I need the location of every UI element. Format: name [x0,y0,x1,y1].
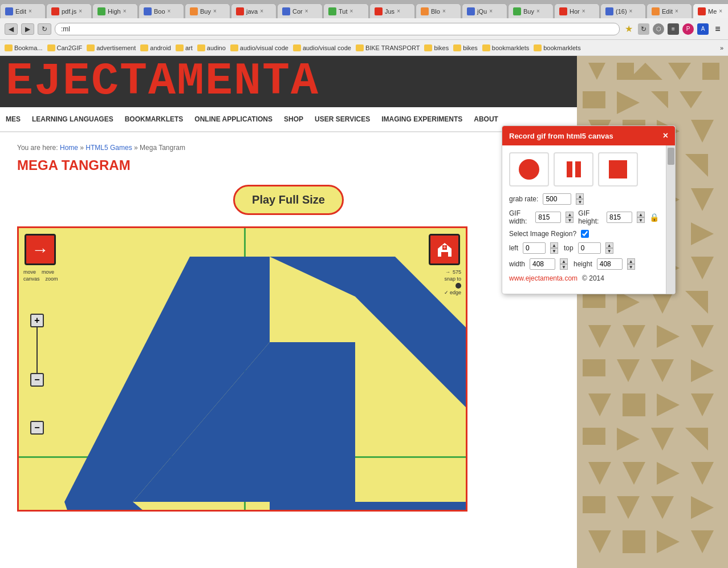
height-up-button[interactable]: ▲ [627,258,635,264]
bm-audino[interactable]: audino [197,44,226,51]
left-input[interactable] [523,242,546,254]
tab-edit[interactable]: Edit× [0,3,46,18]
nav-bookmarklets[interactable]: BOOKMARKLETS [125,113,184,125]
gif-height-spinner[interactable]: ▲ ▼ [637,212,645,223]
gif-width-input[interactable] [535,212,561,223]
zoom-minus-button-bottom[interactable]: − [30,421,44,435]
zoom-plus-button[interactable]: + [30,314,44,327]
select-region-checkbox[interactable] [581,230,589,238]
tab-java[interactable]: java× [231,3,276,18]
left-down-button[interactable]: ▼ [550,248,558,254]
width-spinner[interactable]: ▲ ▼ [560,258,569,270]
gif-width-up-button[interactable]: ▲ [566,212,574,217]
game-area[interactable]: → + move move [17,226,467,512]
nav-user[interactable]: USER SERVICES [315,113,370,125]
addon-icon[interactable]: A [697,23,709,35]
grab-rate-input[interactable] [543,193,571,205]
tab-blo[interactable]: Blo× [416,3,461,18]
tab-boo[interactable]: Boo× [139,3,184,18]
grab-rate-spinner[interactable]: ▲ ▼ [576,193,585,205]
gif-width-down-button[interactable]: ▼ [566,217,574,223]
tangram-piece-4[interactable] [270,502,466,510]
left-up-button[interactable]: ▲ [550,242,558,248]
breadcrumb-home[interactable]: Home [60,144,78,152]
back-button[interactable]: ◀ [5,23,18,35]
height-input[interactable] [597,258,623,270]
bookmarks-more-button[interactable]: » [720,44,723,51]
nav-learning[interactable]: LEARNING LANGUAGES [32,113,113,125]
bm-advertisement[interactable]: advertisement [87,44,136,51]
ejectamenta-link[interactable]: www.ejectamenta.com [509,274,577,282]
nav-mes[interactable]: MES [6,113,21,125]
popup-close-button[interactable]: × [663,131,668,141]
top-input[interactable] [578,242,601,254]
record-button[interactable] [509,152,549,186]
scrollbar-thumb[interactable] [668,148,674,165]
bm-android[interactable]: android [140,44,171,51]
tab-buy1[interactable]: Buy× [185,3,230,18]
bm-bookmarks[interactable]: Bookma... [5,44,43,51]
breadcrumb-sep1: » [80,144,86,152]
height-spinner[interactable]: ▲ ▼ [627,258,636,270]
tab-me[interactable]: Me× [693,3,728,18]
width-input[interactable] [530,258,555,270]
gif-width-spinner[interactable]: ▲ ▼ [566,212,574,223]
extensions-icon[interactable]: ⬡ [653,23,664,35]
refresh-icon[interactable]: ↻ [638,23,649,35]
nav-online[interactable]: ONLINE APPLICATIONS [194,113,273,125]
tab-hor[interactable]: Hor× [554,3,600,18]
top-spinner[interactable]: ▲ ▼ [605,242,615,254]
tab-jqu[interactable]: jQu× [462,3,507,18]
tab-jus[interactable]: Jus× [369,3,415,18]
tab-tut[interactable]: Tut× [323,3,369,18]
top-down-button[interactable]: ▼ [605,248,613,254]
width-up-button[interactable]: ▲ [560,258,568,264]
top-up-button[interactable]: ▲ [605,242,613,248]
gif-height-input[interactable] [607,212,632,223]
layers-icon[interactable]: ≡ [668,23,679,35]
tab-cor[interactable]: Cor× [277,3,323,18]
zoom-minus-button-top[interactable]: − [30,373,44,387]
game-home-button[interactable]: + [429,234,460,265]
popup-scrollbar[interactable] [666,145,675,294]
nav-imaging[interactable]: IMAGING EXPERIMENTS [381,113,462,125]
grab-rate-up-button[interactable]: ▲ [576,193,584,199]
bm-can2gif[interactable]: Can2GIF [47,44,83,51]
pause-button[interactable] [554,152,593,186]
nav-about[interactable]: ABOUT [474,113,498,125]
game-next-button[interactable]: → [25,234,56,265]
bm-bookmarklets1[interactable]: bookmarklets [482,44,529,51]
left-spinner[interactable]: ▲ ▼ [550,242,559,254]
tab-high[interactable]: High× [92,3,138,18]
snap-to-label: snap to [444,276,461,282]
nav-shop[interactable]: SHOP [284,113,303,125]
tab-pdfjs[interactable]: pdf.js× [46,3,92,18]
bm-bookmarklets2[interactable]: bookmarklets [534,44,580,51]
play-fullsize-button[interactable]: Play Full Size [233,185,344,215]
width-down-button[interactable]: ▼ [560,264,568,270]
tangram-piece-3[interactable] [64,502,270,510]
bm-bikes1[interactable]: bikes [424,44,449,51]
bm-bikes2[interactable]: bikes [453,44,478,51]
height-down-button[interactable]: ▼ [627,264,635,270]
tangram-piece-6[interactable] [270,342,355,502]
menu-icon[interactable]: ≡ [712,23,723,35]
address-input[interactable] [55,23,620,35]
tab-16[interactable]: (16)× [600,3,646,18]
tab-edit2[interactable]: Edit× [646,3,692,18]
gif-height-up-button[interactable]: ▲ [637,212,645,217]
stop-button[interactable] [598,152,638,186]
grab-rate-down-button[interactable]: ▼ [576,199,584,205]
bookmark-star-icon[interactable]: ★ [623,23,635,35]
breadcrumb-section[interactable]: HTML5 Games [86,144,132,152]
gif-height-down-button[interactable]: ▼ [637,217,645,223]
bm-av2[interactable]: audio/visual code [293,44,351,51]
pinterest-icon[interactable]: P [682,23,694,35]
bm-av1[interactable]: audio/visual code [230,44,288,51]
tangram-canvas[interactable] [19,228,466,510]
bm-art[interactable]: art [176,44,193,51]
tab-buy2[interactable]: Buy× [508,3,554,18]
bm-bike-transport[interactable]: BIKE TRANSPORT [356,44,420,51]
forward-button[interactable]: ▶ [21,23,34,35]
refresh-button[interactable]: ↻ [38,23,51,35]
